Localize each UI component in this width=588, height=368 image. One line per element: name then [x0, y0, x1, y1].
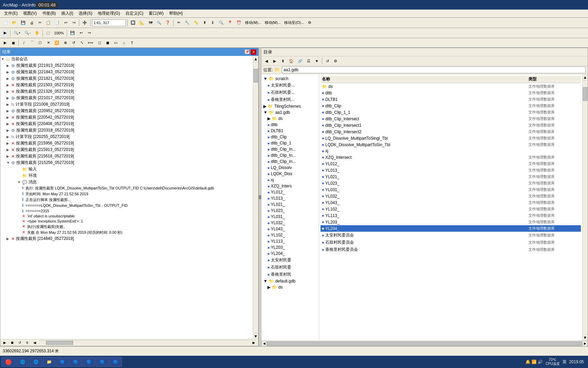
- results-tree-scroll[interactable]: ▼ 🗂 当前会话 ▶ ⚙ 按属性裁剪 [221913_05272019] ▶ ⚙…: [0, 56, 253, 339]
- mirror-tool[interactable]: ⟺: [86, 39, 95, 47]
- menu-insert[interactable]: 插入(I): [59, 10, 76, 17]
- file-taiancun[interactable]: ■ 太安村民委员会 文件地理数据库: [321, 232, 581, 239]
- sub-item-env[interactable]: 📁 环境: [17, 172, 253, 179]
- menu-geoprocess[interactable]: 地理处理(G): [95, 10, 122, 17]
- open-button[interactable]: 📂: [10, 19, 18, 27]
- cat-hscroll-thumb[interactable]: [267, 341, 582, 346]
- cat-up-button[interactable]: ⬆: [279, 57, 287, 65]
- paste-button[interactable]: 📑: [53, 19, 61, 27]
- erase-tool[interactable]: ◻: [96, 39, 103, 47]
- undo-button[interactable]: ↩: [62, 19, 69, 27]
- taskbar-start-button[interactable]: 🔴: [1, 357, 16, 367]
- catalog-file-panel[interactable]: 名称 类型 📁 ds 文件地理数据库 ■ dltb 文件地理数据库 ■ DLTB…: [319, 74, 582, 340]
- cat-yl031[interactable]: ■ YL031_: [267, 214, 317, 220]
- play-button[interactable]: ▶: [1, 39, 9, 47]
- cat-aa1gdb-folder[interactable]: ▼ 📁 aa1.gdb: [263, 109, 317, 116]
- menu-customize[interactable]: 自定义(C): [123, 10, 146, 17]
- help-button[interactable]: ❓: [164, 19, 172, 27]
- cat-defaultgdb-folder[interactable]: ▼ 📁 default.gdb: [263, 278, 317, 284]
- editor-button[interactable]: ✏: [175, 19, 182, 27]
- cat-taiancun2[interactable]: ■ 太安村民委: [267, 257, 317, 264]
- expand-12[interactable]: ▶: [6, 135, 10, 139]
- cat-shigucun2[interactable]: ■ 石鼓村民委: [267, 264, 317, 271]
- cat-dltb-clip-in1[interactable]: ■ dltb_Clip_In...: [267, 146, 317, 152]
- result-item-12[interactable]: ▶ fx 计算字段 [220255_05272019]: [6, 134, 253, 140]
- cat-lqdk-diss[interactable]: ■ LQDK_Diss: [267, 171, 317, 177]
- cat-yl032[interactable]: ■ YL032_: [267, 220, 317, 226]
- cat-connect-button[interactable]: 🔗: [296, 57, 304, 65]
- bc-pause[interactable]: ⏸: [24, 340, 30, 346]
- file-xianggeli[interactable]: ■ 香格里村民委员会 文件地理数据库: [321, 246, 581, 253]
- sub-item-msg[interactable]: ▼ 💬 消息: [17, 179, 253, 185]
- file-yl031[interactable]: ■ YL031_ 文件地理数据库: [321, 186, 581, 193]
- file-yl113[interactable]: ■ YL113_ 文件地理数据库: [321, 212, 581, 219]
- cat-xianggeli[interactable]: ■ 香格里村民...: [267, 96, 317, 103]
- bc-stop[interactable]: ⏹: [9, 340, 15, 346]
- expand-last[interactable]: ▶: [6, 237, 10, 241]
- data-view-button[interactable]: 🗺: [147, 19, 154, 27]
- layout-view-button[interactable]: 📐: [138, 19, 146, 27]
- cat-yl204[interactable]: ■ YL204_: [267, 250, 317, 257]
- move-label2[interactable]: 移动(M)...: [263, 20, 282, 25]
- result-item-15[interactable]: ▶ ✕ 按属性裁剪 [215618_05272019]: [6, 153, 253, 159]
- expand-13[interactable]: ▶: [6, 141, 10, 145]
- cat-hscroll-left[interactable]: ◀: [261, 341, 267, 346]
- file-dltb1[interactable]: ■ DLTB1 文件地理数据库: [321, 96, 581, 103]
- cat-xj[interactable]: ■ xj: [267, 177, 317, 183]
- cat-dltb[interactable]: ■ dltb: [267, 122, 317, 128]
- expand-4[interactable]: ▶: [6, 83, 10, 87]
- gps-button[interactable]: 📍: [226, 19, 234, 27]
- cat-scroll-up[interactable]: ▲: [583, 74, 588, 80]
- expand-10[interactable]: ▶: [6, 122, 10, 126]
- file-yl204[interactable]: ■ YL204_ 文件地理数据库: [321, 225, 581, 232]
- result-item-9[interactable]: ▶ ✕ 按属性裁剪 [220542_05272019]: [6, 114, 253, 121]
- main-splitter[interactable]: ⬤: [259, 48, 261, 346]
- expand-14[interactable]: ▶: [6, 148, 10, 152]
- cat-scroll-thumb[interactable]: [583, 87, 587, 101]
- file-dltb[interactable]: ■ dltb 文件地理数据库: [321, 90, 581, 96]
- save-button[interactable]: 💾: [19, 19, 27, 27]
- bc-back[interactable]: ◀: [32, 340, 38, 346]
- expand-9[interactable]: ▶: [6, 116, 10, 119]
- file-xj[interactable]: ■ xj: [321, 148, 581, 154]
- cat-yl023[interactable]: ■ YL023_: [267, 208, 317, 214]
- cat-yl012[interactable]: ■ YL012_: [267, 189, 317, 195]
- scroll-up-button[interactable]: ▲: [253, 56, 258, 62]
- bc-forward[interactable]: ▶: [251, 340, 257, 346]
- zoom-out-tool[interactable]: 🔍-: [23, 29, 32, 37]
- cat-hscroll-right[interactable]: ▶: [582, 341, 588, 346]
- pan-tool[interactable]: ✋: [33, 29, 41, 37]
- expand-7[interactable]: ▶: [6, 103, 10, 106]
- file-yl023[interactable]: ■ YL023_ 文件地理数据库: [321, 180, 581, 186]
- result-item-8[interactable]: ▶ ⚙ 按属性裁剪 [220952_05272019]: [6, 108, 253, 114]
- redo-button[interactable]: ↪: [70, 19, 78, 27]
- sub-item-input[interactable]: 📁 输入: [17, 166, 253, 172]
- expand-5[interactable]: ▶: [6, 90, 10, 93]
- file-dltbclip11[interactable]: ■ dltb_Clip_1_1 文件地理数据库: [321, 109, 581, 116]
- cat-dltb-clip[interactable]: ■ dltb_Clip: [267, 134, 317, 140]
- result-item-10[interactable]: ▶ ✕ 按属性裁剪 [220408_05272019]: [6, 121, 253, 127]
- file-yl203[interactable]: ■ YL203_ 文件地理数据库: [321, 219, 581, 225]
- cat-dltb-clip-in2[interactable]: ■ dltb_Clip_In...: [267, 152, 317, 158]
- hscroll-thumb[interactable]: [46, 341, 73, 345]
- cat-yl013[interactable]: ■ YL013_: [267, 195, 317, 201]
- save-changes[interactable]: 💾: [68, 29, 77, 37]
- cat-shigucun[interactable]: ■ 石鼓村民委...: [267, 89, 317, 96]
- zoom-in-tool[interactable]: 🔍+: [12, 29, 22, 37]
- result-item-11[interactable]: ▶ ⚙ 按属性裁剪 [220318_05272019]: [6, 127, 253, 134]
- paint-tool[interactable]: ◼: [104, 39, 111, 47]
- cat-yl043[interactable]: ■ YL043_: [267, 226, 317, 232]
- session-expand[interactable]: ▼: [1, 57, 4, 61]
- cat-lq-dissolv[interactable]: ■ LQ_Dissolv: [267, 165, 317, 171]
- taskbar-ie2-button[interactable]: 🌐: [30, 357, 42, 367]
- result-item-3[interactable]: ▶ ⚙ 按属性裁剪 [221821_05272019]: [6, 75, 253, 82]
- select-features[interactable]: ▶: [1, 29, 9, 37]
- circle-tool[interactable]: ○: [120, 39, 128, 47]
- polygon-tool[interactable]: ⬡: [36, 39, 44, 47]
- cat-tiling-folder[interactable]: ▶ 📁 TilingSchemes: [263, 103, 317, 109]
- rect-tool[interactable]: ▭: [112, 39, 119, 47]
- taskbar-app3-button[interactable]: 🔵: [83, 357, 95, 367]
- expand-1[interactable]: ▶: [6, 64, 10, 67]
- line-tool[interactable]: /: [20, 39, 28, 47]
- catalog-hscrollbar[interactable]: ◀ ▶: [261, 340, 588, 346]
